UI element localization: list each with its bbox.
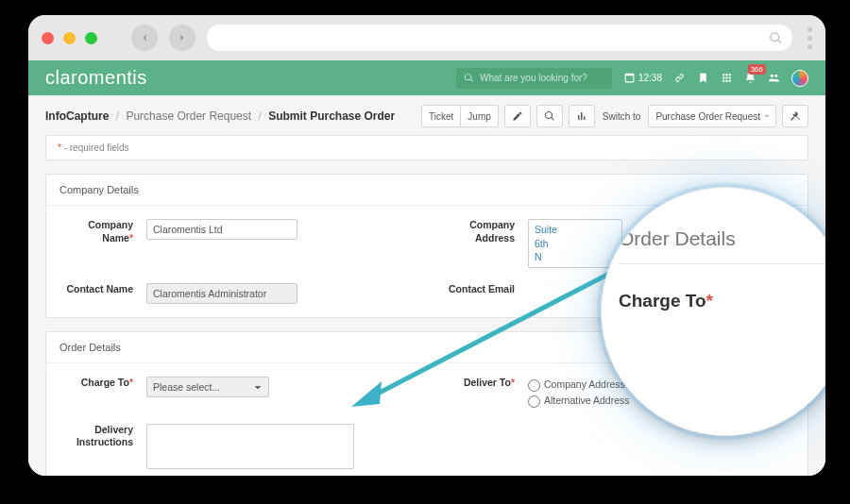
back-button[interactable] (131, 25, 158, 51)
window-controls (42, 32, 97, 44)
ticket-jump-group: Ticket Jump (421, 105, 499, 127)
contact-name-input (146, 283, 298, 304)
edit-icon (512, 110, 523, 122)
nav-notifications[interactable]: 366 (744, 72, 756, 84)
charge-to-label: Charge To* (60, 377, 133, 390)
page-toolbar: InfoCapture / Purchase Order Request / S… (45, 105, 808, 127)
search-icon (769, 31, 783, 45)
deliver-opt-company[interactable]: Company Address (528, 377, 629, 393)
project-select[interactable]: Purchase Order Request (648, 105, 776, 127)
company-address-input[interactable]: Suite 6th N (528, 219, 622, 268)
deliver-opt-alternative[interactable]: Alternative Address (528, 393, 629, 409)
minimize-dot[interactable] (63, 32, 76, 44)
close-dot[interactable] (42, 32, 54, 44)
magnifier-field: Charge To* (619, 291, 825, 311)
browser-chrome (28, 15, 825, 60)
search-icon (464, 73, 474, 83)
browser-frame: claromentis What are you looking for? 12… (28, 15, 825, 476)
ticket-button[interactable]: Ticket (421, 105, 461, 127)
maximize-dot[interactable] (85, 32, 97, 44)
forward-button[interactable] (169, 25, 196, 51)
grid-icon (721, 72, 733, 84)
company-name-input[interactable] (146, 219, 298, 240)
kebab-menu[interactable] (804, 27, 812, 49)
calendar-icon (623, 72, 636, 84)
app-nav: claromentis What are you looking for? 12… (28, 60, 825, 95)
charge-to-select[interactable]: Please select... (146, 377, 269, 397)
app-search-placeholder: What are you looking for? (480, 73, 587, 83)
notification-badge: 366 (748, 64, 766, 75)
company-name-label: Company Name* (60, 219, 133, 244)
breadcrumb-mid[interactable]: Purchase Order Request (126, 109, 251, 123)
nav-bookmark-icon[interactable] (697, 72, 709, 84)
magnifier-title: Order Details (619, 227, 825, 264)
chart-icon (576, 110, 587, 122)
search-icon (544, 110, 555, 122)
contact-name-label: Contact Name (60, 283, 133, 296)
delivery-instructions-label: Delivery Instructions (60, 424, 133, 449)
breadcrumb-leaf: Submit Purchase Order (268, 109, 395, 123)
switch-to-label: Switch to (603, 111, 641, 122)
stats-button[interactable] (569, 105, 595, 127)
nav-link-icon[interactable] (673, 72, 686, 84)
app-search[interactable]: What are you looking for? (456, 68, 612, 89)
bookmark-icon (697, 72, 709, 84)
nav-time[interactable]: 12:38 (623, 72, 662, 84)
nav-people-icon[interactable] (768, 72, 780, 84)
delivery-instructions-input[interactable] (146, 424, 354, 469)
people-icon (768, 72, 780, 84)
deliver-to-label: Deliver To* (441, 377, 515, 390)
tools-button[interactable] (782, 105, 808, 127)
search-button[interactable] (536, 105, 563, 127)
deliver-to-options: Company Address Alternative Address (528, 377, 629, 409)
tools-icon (790, 110, 801, 122)
nav-apps-icon[interactable] (721, 72, 733, 84)
required-note-card: * - required fields (45, 135, 808, 160)
contact-email-label: Contact Email (441, 283, 515, 296)
url-bar[interactable] (207, 25, 792, 51)
breadcrumb-root[interactable]: InfoCapture (45, 109, 109, 123)
breadcrumb: InfoCapture / Purchase Order Request / S… (45, 109, 395, 123)
jump-button[interactable]: Jump (461, 105, 498, 127)
link-icon (673, 72, 686, 84)
app-logo[interactable]: claromentis (45, 67, 147, 89)
company-address-label: Company Address (441, 219, 515, 244)
edit-button[interactable] (504, 105, 531, 127)
user-avatar[interactable] (791, 70, 808, 87)
